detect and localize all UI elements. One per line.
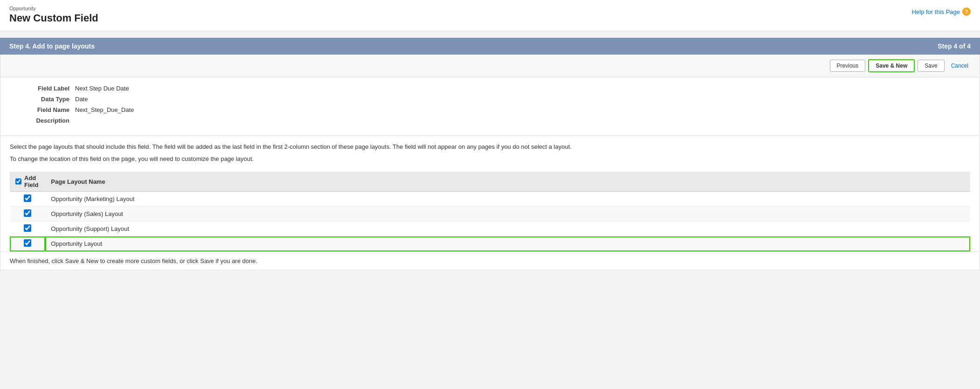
table-row: Opportunity (Marketing) Layout (10, 192, 970, 207)
instruction-line-1: Select the page layouts that should incl… (10, 142, 970, 152)
help-link-text: Help for this Page (912, 8, 960, 15)
layout-name-cell: Opportunity Layout (45, 236, 970, 251)
page-header: Opportunity New Custom Field Help for th… (0, 0, 980, 31)
field-name-key: Field Name (19, 106, 75, 113)
layout-name-cell: Opportunity (Sales) Layout (45, 207, 970, 222)
col-header-add-field: Add Field (10, 172, 45, 192)
footer-note: When finished, click Save & New to creat… (0, 251, 980, 270)
field-row-datatype: Data Type Date (19, 96, 961, 103)
footer-note-text: When finished, click Save & New to creat… (10, 257, 257, 264)
layout-checkbox[interactable] (24, 194, 31, 202)
help-icon: ? (962, 7, 971, 16)
layout-checkbox[interactable] (24, 239, 31, 247)
previous-button[interactable]: Previous (830, 60, 866, 72)
field-row-label: Field Label Next Step Due Date (19, 85, 961, 92)
table-row: Opportunity Layout (10, 236, 970, 251)
field-row-description: Description (19, 117, 961, 124)
table-row: Opportunity (Support) Layout (10, 222, 970, 236)
checkbox-cell (10, 236, 45, 251)
field-label-value: Next Step Due Date (75, 85, 129, 92)
table-header-row: Add Field Page Layout Name (10, 172, 970, 192)
save-new-button[interactable]: Save & New (868, 59, 915, 72)
save-button[interactable]: Save (918, 60, 944, 72)
table-row: Opportunity (Sales) Layout (10, 207, 970, 222)
step-bar: Step 4. Add to page layouts Step 4 of 4 (0, 38, 980, 55)
toolbar: Previous Save & New Save Cancel (0, 55, 980, 77)
checkbox-cell (10, 207, 45, 222)
layout-table-wrapper: Add Field Page Layout Name Opportunity (… (0, 172, 980, 251)
main-content: Previous Save & New Save Cancel Field La… (0, 55, 980, 271)
field-label-key: Field Label (19, 85, 75, 92)
help-link[interactable]: Help for this Page ? (912, 7, 971, 16)
layout-table: Add Field Page Layout Name Opportunity (… (10, 172, 970, 251)
field-datatype-value: Date (75, 96, 88, 103)
field-row-name: Field Name Next_Step_Due_Date (19, 106, 961, 113)
page-title: New Custom Field (9, 12, 98, 24)
step-label: Step 4. Add to page layouts (9, 42, 95, 50)
layout-name-cell: Opportunity (Marketing) Layout (45, 192, 970, 207)
title-block: Opportunity New Custom Field (9, 6, 98, 24)
page-subtitle: Opportunity (9, 6, 98, 11)
checkbox-cell (10, 192, 45, 207)
col-header-layout-name: Page Layout Name (45, 172, 970, 192)
field-name-value: Next_Step_Due_Date (75, 106, 134, 113)
select-all-checkbox[interactable] (15, 178, 21, 185)
field-datatype-key: Data Type (19, 96, 75, 103)
step-indicator: Step 4 of 4 (938, 42, 971, 50)
layout-checkbox[interactable] (24, 209, 31, 217)
cancel-button[interactable]: Cancel (947, 60, 972, 71)
checkbox-cell (10, 222, 45, 236)
field-info-section: Field Label Next Step Due Date Data Type… (0, 77, 980, 136)
layout-checkbox[interactable] (24, 224, 31, 232)
layout-name-cell: Opportunity (Support) Layout (45, 222, 970, 236)
instruction-line-2: To change the location of this field on … (10, 154, 970, 164)
instructions-section: Select the page layouts that should incl… (0, 136, 980, 170)
field-description-key: Description (19, 117, 75, 124)
add-field-col-label: Add Field (24, 174, 40, 188)
